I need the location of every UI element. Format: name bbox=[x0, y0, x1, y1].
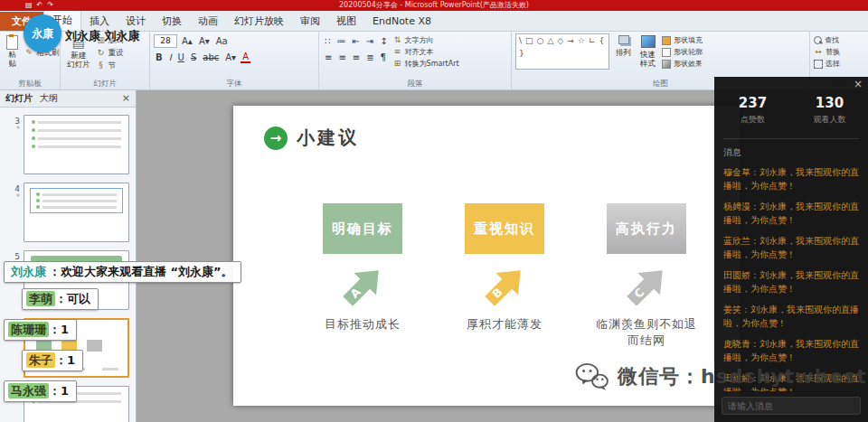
clipboard-group-label: 剪贴板 bbox=[0, 78, 60, 89]
overlay-chat-message-1: 刘永康：欢迎大家来观看直播 “刘永康”。 bbox=[4, 261, 241, 283]
shape-brace-left-icon[interactable]: { bbox=[599, 36, 604, 45]
text-direction-button[interactable]: ⇅ 文字方向 bbox=[393, 35, 459, 45]
shape-angle-icon[interactable]: ∟ bbox=[589, 36, 596, 45]
chat-input[interactable] bbox=[722, 397, 861, 415]
slide-thumbnail[interactable] bbox=[24, 115, 129, 174]
strikethrough-button[interactable]: S bbox=[189, 52, 198, 62]
slides-panel-tabs: 幻灯片 大纲 × bbox=[0, 89, 136, 108]
clear-formatting-button[interactable]: abc bbox=[201, 52, 221, 62]
align-left-button[interactable]: ≡ bbox=[323, 52, 334, 62]
section-icon: § bbox=[97, 61, 106, 70]
grow-font-button[interactable]: A▴ bbox=[180, 36, 194, 46]
slide-row-3[interactable]: 3* bbox=[2, 115, 129, 174]
convert-smartart-button[interactable]: ⊞ 转换为SmartArt bbox=[393, 59, 459, 69]
reset-button[interactable]: ↻ 重设 bbox=[97, 48, 124, 58]
streamer-name: 刘永康 刘永康 bbox=[65, 28, 140, 44]
thumb-line bbox=[32, 120, 121, 124]
bullets-button[interactable]: ∷ bbox=[323, 36, 332, 46]
chat-message-body: ：可以 bbox=[55, 292, 90, 305]
chat-message-body: ：1 bbox=[55, 353, 75, 367]
bold-button[interactable]: B bbox=[154, 52, 165, 62]
redo-icon[interactable]: ↷ bbox=[47, 0, 53, 11]
shape-star-icon[interactable]: ☆ bbox=[578, 36, 585, 45]
paragraph-marks-button[interactable]: ¶ bbox=[379, 52, 388, 62]
wechat-watermark: 微信号：hsdskytwbest bbox=[575, 362, 867, 391]
select-button[interactable]: 选择 bbox=[814, 59, 840, 69]
suggestion-column-a: 明确目标 A 目标推动成长 bbox=[286, 203, 439, 333]
align-center-button[interactable]: ≡ bbox=[336, 52, 347, 62]
justify-button[interactable]: ≣ bbox=[364, 52, 375, 62]
shape-brace-right-icon[interactable]: } bbox=[519, 49, 524, 58]
quick-styles-button[interactable]: 快速 样式 bbox=[637, 33, 658, 70]
chat-sender-name: 刘永康 bbox=[8, 264, 49, 279]
underline-button[interactable]: U bbox=[176, 52, 186, 62]
suggestion-box-b[interactable]: 重视知识 bbox=[465, 203, 544, 254]
chat-message: 田圆娇：刘永康，我来围观你的直播啦，为你点赞！ bbox=[723, 268, 859, 295]
shapes-gallery[interactable]: \ □ ○ △ ◇ → ☆ ∟ { } bbox=[515, 33, 609, 70]
chat-message-body: ：1 bbox=[49, 384, 69, 398]
paste-button[interactable]: 粘贴 bbox=[4, 33, 21, 70]
caption-b: 厚积才能薄发 bbox=[467, 316, 542, 333]
shape-diamond-icon[interactable]: ◇ bbox=[557, 36, 563, 45]
replace-button[interactable]: ↔ 替换 bbox=[814, 47, 840, 57]
shape-triangle-icon[interactable]: △ bbox=[547, 36, 553, 45]
shape-circle-icon[interactable]: ○ bbox=[537, 36, 544, 45]
tab-review[interactable]: 审阅 bbox=[292, 12, 328, 31]
suggestion-box-c[interactable]: 高执行力 bbox=[607, 203, 686, 254]
line-spacing-button[interactable]: ↕ bbox=[378, 36, 389, 46]
likes-label: 点赞数 bbox=[714, 114, 791, 126]
wechat-id-text: 微信号：hsdskytwbest bbox=[618, 363, 867, 390]
close-panel-icon[interactable]: × bbox=[122, 92, 130, 104]
tab-view[interactable]: 视图 bbox=[328, 12, 364, 31]
shape-effects-button[interactable]: 形状效果 bbox=[662, 59, 703, 69]
section-button[interactable]: § 节 bbox=[97, 61, 124, 70]
shrink-font-button[interactable]: A▾ bbox=[197, 36, 212, 46]
decrease-indent-button[interactable]: ⇤ bbox=[350, 36, 361, 46]
tab-outline[interactable]: 大纲 bbox=[40, 92, 58, 105]
slide-title: → 小建议 bbox=[264, 126, 359, 150]
replace-icon: ↔ bbox=[814, 47, 823, 57]
shape-rect-icon[interactable]: □ bbox=[525, 36, 533, 45]
find-button[interactable]: 查找 bbox=[814, 35, 840, 45]
suggestion-column-b: 重视知识 B 厚积才能薄发 bbox=[428, 203, 581, 333]
slide-thumbnail[interactable] bbox=[24, 183, 129, 242]
tab-slideshow[interactable]: 幻灯片放映 bbox=[226, 12, 292, 31]
slide-title-text: 小建议 bbox=[297, 126, 359, 150]
font-color-button[interactable]: A bbox=[241, 52, 250, 63]
thumb-line bbox=[36, 205, 117, 209]
thumb-line bbox=[32, 145, 121, 148]
italic-button[interactable]: I bbox=[167, 52, 174, 62]
shape-fill-button[interactable]: 形状填充 bbox=[662, 35, 703, 45]
shape-line-icon[interactable]: \ bbox=[519, 36, 522, 45]
increase-indent-button[interactable]: ⇥ bbox=[364, 36, 375, 46]
overlay-chat-message-5: 马永强：1 bbox=[4, 380, 77, 402]
shape-arrow-icon[interactable]: → bbox=[567, 36, 574, 45]
streamer-avatar[interactable]: 永康 bbox=[24, 14, 61, 52]
save-icon[interactable]: ▤ bbox=[25, 0, 33, 11]
viewers-stat: 130 观看人数 bbox=[791, 95, 868, 126]
shape-outline-button[interactable]: 形状轮廓 bbox=[662, 47, 703, 57]
chat-sender-name: 朱子 bbox=[26, 352, 55, 368]
tab-transitions[interactable]: 切换 bbox=[154, 12, 190, 31]
align-right-button[interactable]: ≡ bbox=[351, 52, 362, 62]
slide-row-4[interactable]: 4* bbox=[2, 183, 129, 242]
window-title: 20200504分享会 - Microsoft PowerPoint(产品激活失… bbox=[0, 0, 868, 11]
font-size-input[interactable]: 28 bbox=[154, 34, 177, 48]
chat-sender-name: 马永强 bbox=[8, 383, 49, 399]
undo-icon[interactable]: ↶ bbox=[37, 0, 43, 11]
change-case-button[interactable]: Aa bbox=[214, 36, 230, 46]
chat-message-list[interactable]: 穆金草：刘永康，我来围观你的直播啦，为你点赞！ 杨娉漫：刘永康，我来围观你的直播… bbox=[714, 165, 868, 391]
text-shadow-button[interactable]: A▾ bbox=[223, 52, 238, 62]
thumb-line bbox=[32, 136, 121, 140]
chat-message-body: ：1 bbox=[49, 323, 69, 336]
arrow-circle-icon: → bbox=[264, 127, 288, 150]
current-slide[interactable]: → 小建议 明确目标 A 目标推动成长 重视知识 B bbox=[233, 106, 740, 406]
tab-slides-thumbnails[interactable]: 幻灯片 bbox=[5, 92, 33, 105]
numbering-button[interactable]: ≔ bbox=[335, 36, 347, 46]
tab-animations[interactable]: 动画 bbox=[190, 12, 226, 31]
align-text-button[interactable]: ≡ 对齐文本 bbox=[393, 47, 459, 57]
arrange-button[interactable]: 排列 bbox=[613, 33, 634, 59]
tab-endnote[interactable]: EndNote X8 bbox=[364, 12, 439, 31]
suggestion-box-a[interactable]: 明确目标 bbox=[323, 203, 402, 254]
close-icon[interactable]: × bbox=[854, 78, 863, 90]
